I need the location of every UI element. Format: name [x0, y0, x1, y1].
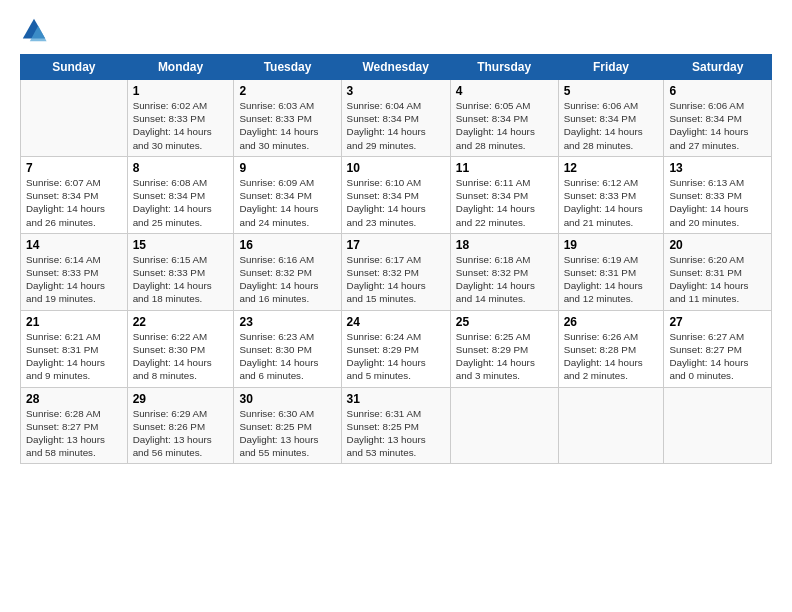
day-info: Sunrise: 6:16 AM Sunset: 8:32 PM Dayligh… [239, 253, 335, 306]
day-number: 10 [347, 161, 445, 175]
calendar-cell [21, 80, 128, 157]
day-info: Sunrise: 6:06 AM Sunset: 8:34 PM Dayligh… [564, 99, 659, 152]
day-info: Sunrise: 6:12 AM Sunset: 8:33 PM Dayligh… [564, 176, 659, 229]
calendar-cell: 20Sunrise: 6:20 AM Sunset: 8:31 PM Dayli… [664, 233, 772, 310]
day-info: Sunrise: 6:23 AM Sunset: 8:30 PM Dayligh… [239, 330, 335, 383]
day-info: Sunrise: 6:28 AM Sunset: 8:27 PM Dayligh… [26, 407, 122, 460]
day-info: Sunrise: 6:24 AM Sunset: 8:29 PM Dayligh… [347, 330, 445, 383]
day-info: Sunrise: 6:25 AM Sunset: 8:29 PM Dayligh… [456, 330, 553, 383]
calendar-cell: 25Sunrise: 6:25 AM Sunset: 8:29 PM Dayli… [450, 310, 558, 387]
calendar-cell: 7Sunrise: 6:07 AM Sunset: 8:34 PM Daylig… [21, 156, 128, 233]
weekday-header: Saturday [664, 55, 772, 80]
day-number: 5 [564, 84, 659, 98]
calendar-cell: 30Sunrise: 6:30 AM Sunset: 8:25 PM Dayli… [234, 387, 341, 464]
day-number: 28 [26, 392, 122, 406]
day-info: Sunrise: 6:09 AM Sunset: 8:34 PM Dayligh… [239, 176, 335, 229]
calendar-cell: 5Sunrise: 6:06 AM Sunset: 8:34 PM Daylig… [558, 80, 664, 157]
day-info: Sunrise: 6:13 AM Sunset: 8:33 PM Dayligh… [669, 176, 766, 229]
day-info: Sunrise: 6:11 AM Sunset: 8:34 PM Dayligh… [456, 176, 553, 229]
day-number: 22 [133, 315, 229, 329]
logo [20, 16, 52, 44]
day-info: Sunrise: 6:22 AM Sunset: 8:30 PM Dayligh… [133, 330, 229, 383]
day-number: 6 [669, 84, 766, 98]
day-info: Sunrise: 6:05 AM Sunset: 8:34 PM Dayligh… [456, 99, 553, 152]
day-number: 17 [347, 238, 445, 252]
day-number: 21 [26, 315, 122, 329]
day-number: 4 [456, 84, 553, 98]
day-info: Sunrise: 6:20 AM Sunset: 8:31 PM Dayligh… [669, 253, 766, 306]
logo-icon [20, 16, 48, 44]
calendar-cell: 24Sunrise: 6:24 AM Sunset: 8:29 PM Dayli… [341, 310, 450, 387]
calendar-cell: 21Sunrise: 6:21 AM Sunset: 8:31 PM Dayli… [21, 310, 128, 387]
calendar-cell: 19Sunrise: 6:19 AM Sunset: 8:31 PM Dayli… [558, 233, 664, 310]
calendar-cell: 4Sunrise: 6:05 AM Sunset: 8:34 PM Daylig… [450, 80, 558, 157]
day-number: 3 [347, 84, 445, 98]
page-header [20, 16, 772, 44]
calendar-cell [558, 387, 664, 464]
calendar-cell: 17Sunrise: 6:17 AM Sunset: 8:32 PM Dayli… [341, 233, 450, 310]
day-info: Sunrise: 6:30 AM Sunset: 8:25 PM Dayligh… [239, 407, 335, 460]
day-number: 15 [133, 238, 229, 252]
weekday-header: Tuesday [234, 55, 341, 80]
calendar-cell: 23Sunrise: 6:23 AM Sunset: 8:30 PM Dayli… [234, 310, 341, 387]
day-info: Sunrise: 6:18 AM Sunset: 8:32 PM Dayligh… [456, 253, 553, 306]
day-number: 13 [669, 161, 766, 175]
page-container: SundayMondayTuesdayWednesdayThursdayFrid… [0, 0, 792, 474]
day-info: Sunrise: 6:29 AM Sunset: 8:26 PM Dayligh… [133, 407, 229, 460]
calendar-cell: 11Sunrise: 6:11 AM Sunset: 8:34 PM Dayli… [450, 156, 558, 233]
weekday-header: Thursday [450, 55, 558, 80]
day-info: Sunrise: 6:19 AM Sunset: 8:31 PM Dayligh… [564, 253, 659, 306]
day-number: 25 [456, 315, 553, 329]
calendar-week-row: 21Sunrise: 6:21 AM Sunset: 8:31 PM Dayli… [21, 310, 772, 387]
day-info: Sunrise: 6:06 AM Sunset: 8:34 PM Dayligh… [669, 99, 766, 152]
day-number: 20 [669, 238, 766, 252]
header-row: SundayMondayTuesdayWednesdayThursdayFrid… [21, 55, 772, 80]
calendar-cell [664, 387, 772, 464]
day-info: Sunrise: 6:21 AM Sunset: 8:31 PM Dayligh… [26, 330, 122, 383]
calendar-cell: 14Sunrise: 6:14 AM Sunset: 8:33 PM Dayli… [21, 233, 128, 310]
calendar-cell: 15Sunrise: 6:15 AM Sunset: 8:33 PM Dayli… [127, 233, 234, 310]
calendar-cell: 31Sunrise: 6:31 AM Sunset: 8:25 PM Dayli… [341, 387, 450, 464]
calendar-cell: 22Sunrise: 6:22 AM Sunset: 8:30 PM Dayli… [127, 310, 234, 387]
calendar-cell: 1Sunrise: 6:02 AM Sunset: 8:33 PM Daylig… [127, 80, 234, 157]
day-number: 12 [564, 161, 659, 175]
day-number: 19 [564, 238, 659, 252]
calendar-week-row: 7Sunrise: 6:07 AM Sunset: 8:34 PM Daylig… [21, 156, 772, 233]
day-number: 23 [239, 315, 335, 329]
calendar-cell: 28Sunrise: 6:28 AM Sunset: 8:27 PM Dayli… [21, 387, 128, 464]
day-number: 7 [26, 161, 122, 175]
calendar-table: SundayMondayTuesdayWednesdayThursdayFrid… [20, 54, 772, 464]
calendar-cell: 18Sunrise: 6:18 AM Sunset: 8:32 PM Dayli… [450, 233, 558, 310]
day-number: 18 [456, 238, 553, 252]
day-number: 1 [133, 84, 229, 98]
day-info: Sunrise: 6:08 AM Sunset: 8:34 PM Dayligh… [133, 176, 229, 229]
calendar-cell: 26Sunrise: 6:26 AM Sunset: 8:28 PM Dayli… [558, 310, 664, 387]
day-number: 27 [669, 315, 766, 329]
calendar-week-row: 1Sunrise: 6:02 AM Sunset: 8:33 PM Daylig… [21, 80, 772, 157]
calendar-cell: 8Sunrise: 6:08 AM Sunset: 8:34 PM Daylig… [127, 156, 234, 233]
calendar-cell: 13Sunrise: 6:13 AM Sunset: 8:33 PM Dayli… [664, 156, 772, 233]
day-number: 31 [347, 392, 445, 406]
day-number: 8 [133, 161, 229, 175]
day-number: 29 [133, 392, 229, 406]
day-info: Sunrise: 6:17 AM Sunset: 8:32 PM Dayligh… [347, 253, 445, 306]
day-number: 24 [347, 315, 445, 329]
day-info: Sunrise: 6:27 AM Sunset: 8:27 PM Dayligh… [669, 330, 766, 383]
calendar-cell: 6Sunrise: 6:06 AM Sunset: 8:34 PM Daylig… [664, 80, 772, 157]
day-number: 9 [239, 161, 335, 175]
day-number: 11 [456, 161, 553, 175]
day-number: 16 [239, 238, 335, 252]
day-info: Sunrise: 6:26 AM Sunset: 8:28 PM Dayligh… [564, 330, 659, 383]
calendar-week-row: 14Sunrise: 6:14 AM Sunset: 8:33 PM Dayli… [21, 233, 772, 310]
weekday-header: Monday [127, 55, 234, 80]
calendar-cell: 3Sunrise: 6:04 AM Sunset: 8:34 PM Daylig… [341, 80, 450, 157]
day-info: Sunrise: 6:04 AM Sunset: 8:34 PM Dayligh… [347, 99, 445, 152]
day-info: Sunrise: 6:07 AM Sunset: 8:34 PM Dayligh… [26, 176, 122, 229]
day-info: Sunrise: 6:14 AM Sunset: 8:33 PM Dayligh… [26, 253, 122, 306]
calendar-cell: 27Sunrise: 6:27 AM Sunset: 8:27 PM Dayli… [664, 310, 772, 387]
day-number: 14 [26, 238, 122, 252]
day-number: 2 [239, 84, 335, 98]
day-info: Sunrise: 6:03 AM Sunset: 8:33 PM Dayligh… [239, 99, 335, 152]
day-number: 30 [239, 392, 335, 406]
calendar-cell: 29Sunrise: 6:29 AM Sunset: 8:26 PM Dayli… [127, 387, 234, 464]
